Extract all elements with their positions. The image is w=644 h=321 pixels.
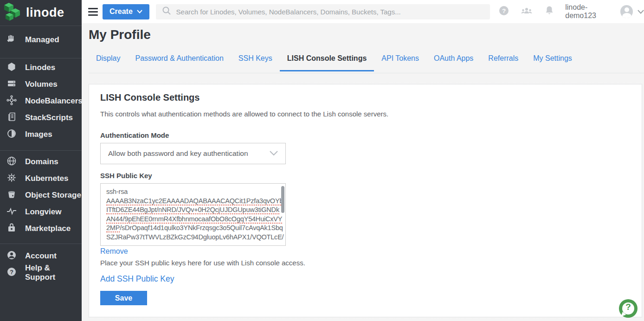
sidebar-item-label: Volumes xyxy=(25,80,58,89)
auth-mode-value: Allow both password and key authenticati… xyxy=(108,149,248,158)
sidebar-divider xyxy=(0,150,82,151)
sidebar-item-nodebalancers[interactable]: NodeBalancers xyxy=(0,93,82,109)
textarea-scrollbar[interactable] xyxy=(281,186,284,213)
page-title: My Profile xyxy=(89,27,151,42)
hand-holding-icon xyxy=(6,33,17,46)
save-button[interactable]: Save xyxy=(100,291,147,305)
tab-ssh-keys[interactable]: SSH Keys xyxy=(231,52,280,71)
support-chat-button[interactable]: ? xyxy=(619,299,638,318)
svg-text:?: ? xyxy=(502,7,506,14)
sidebar-item-label: Longview xyxy=(25,207,61,217)
chevron-down-icon xyxy=(638,7,644,16)
ssh-public-key-label: SSH Public Key xyxy=(100,172,631,180)
sidebar-item-marketplace[interactable]: Marketplace xyxy=(0,220,82,237)
key-text: 2MP xyxy=(106,224,120,232)
sidebar-item-linodes[interactable]: Linodes xyxy=(0,59,82,76)
ssh-key-helper-text: Place your SSH public keys here for use … xyxy=(100,259,631,267)
key-text: /sDrOpaqf14d1qulko3YNkFrzqsgc3o5Quil7cAv… xyxy=(120,224,283,231)
sidebar-item-kubernetes[interactable]: Kubernetes xyxy=(0,170,82,187)
search-icon xyxy=(161,6,172,18)
sidebar-item-label: Marketplace xyxy=(25,224,71,233)
question-mark-icon: ? xyxy=(619,302,638,312)
sidebar-item-label: NodeBalancers xyxy=(25,96,83,106)
speech-bubble-tail xyxy=(621,312,627,318)
half-disc-icon xyxy=(6,128,17,141)
sidebar-item-label: Linodes xyxy=(25,63,55,72)
sidebar-item-account[interactable]: Account xyxy=(0,248,82,264)
top-header: Create ? xyxy=(82,0,644,23)
sidebar-divider xyxy=(0,58,82,58)
tab-password-authentication[interactable]: Password & Authentication xyxy=(128,52,231,71)
sidebar-item-help-support[interactable]: ? Help & Support xyxy=(0,264,82,281)
search-input[interactable] xyxy=(176,8,485,16)
sidebar-item-images[interactable]: Images xyxy=(0,126,82,143)
notifications-bell-icon[interactable] xyxy=(544,5,555,19)
remove-key-link[interactable]: Remove xyxy=(100,247,128,256)
question-circle-icon: ? xyxy=(6,266,17,279)
sidebar: linode Managed xyxy=(0,0,82,321)
ssh-public-key-textarea[interactable]: ssh-rsa AAAAB3NzaC1yc2EAAAADAQABAAACAQCi… xyxy=(100,183,286,246)
stacked-drives-icon xyxy=(6,78,17,91)
tab-my-settings[interactable]: My Settings xyxy=(526,52,580,71)
sidebar-item-label: Account xyxy=(25,251,57,261)
person-circle-icon xyxy=(6,250,17,263)
sidebar-item-stackscripts[interactable]: StackScripts xyxy=(0,109,82,126)
help-icon[interactable]: ? xyxy=(498,5,509,18)
sidebar-item-label: Domains xyxy=(25,157,58,167)
auth-mode-label: Authentication Mode xyxy=(100,131,631,139)
header-icon-group: ? xyxy=(498,5,555,19)
sidebar-item-domains[interactable]: Domains xyxy=(0,154,82,170)
key-text: AAAAB3NzaC1yc2EAAAADAQABAAACAQCit1Pzfa3q… xyxy=(106,197,283,205)
username: linode-demo123 xyxy=(565,3,616,20)
key-text: ssh-rsa xyxy=(106,188,128,195)
tab-oauth-apps[interactable]: OAuth Apps xyxy=(426,52,481,71)
auth-mode-select[interactable]: Allow both password and key authenticati… xyxy=(100,143,286,164)
sidebar-item-object-storage[interactable]: Object Storage xyxy=(0,187,82,204)
global-search xyxy=(156,4,490,19)
tab-lish-console-settings[interactable]: LISH Console Settings xyxy=(280,52,374,71)
sidebar-item-label: Managed xyxy=(25,35,59,45)
key-text: SZJRaPw37tTWVLzBZkGzC94DgluopLv6hAPX1/VQ… xyxy=(106,233,283,241)
user-menu[interactable]: linode-demo123 xyxy=(555,3,644,20)
cube-icon xyxy=(6,61,17,74)
sidebar-item-label: Images xyxy=(25,130,52,139)
hamburger-menu-icon[interactable] xyxy=(88,6,98,18)
sidebar-item-label: StackScripts xyxy=(25,113,73,122)
bucket-icon xyxy=(6,189,17,202)
avatar xyxy=(620,5,633,18)
chevron-down-icon xyxy=(270,149,278,158)
sidebar-item-label: Help & Support xyxy=(25,263,82,282)
add-ssh-key-link[interactable]: Add SSH Public Key xyxy=(100,274,174,284)
key-text: ITftD6ZE44BgJpt/nNRD/JVQv+0H2QcjUJDGUpuw… xyxy=(106,206,279,214)
chevron-down-icon xyxy=(137,10,142,13)
linode-logo[interactable]: linode xyxy=(0,0,82,26)
shopping-bag-icon xyxy=(6,222,17,235)
application-window: linode Managed xyxy=(0,0,644,321)
pulse-icon xyxy=(6,205,17,218)
sidebar-nav: Managed Linodes xyxy=(0,26,82,281)
tab-api-tokens[interactable]: API Tokens xyxy=(374,52,426,71)
community-icon[interactable] xyxy=(520,5,534,18)
lish-settings-panel: LISH Console Settings This controls what… xyxy=(89,84,642,317)
create-button[interactable]: Create xyxy=(103,4,149,19)
svg-text:?: ? xyxy=(10,269,13,276)
panel-description: This controls what authentication method… xyxy=(100,110,631,118)
tab-display[interactable]: Display xyxy=(89,52,128,71)
helm-wheel-icon xyxy=(6,172,17,185)
create-button-label: Create xyxy=(109,7,133,16)
sidebar-divider xyxy=(0,244,82,244)
logo-text: linode xyxy=(26,6,64,20)
sidebar-item-managed[interactable]: Managed xyxy=(0,32,82,48)
sidebar-item-longview[interactable]: Longview xyxy=(0,204,82,220)
sidebar-item-volumes[interactable]: Volumes xyxy=(0,76,82,93)
panel-title: LISH Console Settings xyxy=(100,92,631,103)
tab-referrals[interactable]: Referrals xyxy=(481,52,526,71)
sidebar-item-label: Kubernetes xyxy=(25,174,69,183)
profile-tabs: Display Password & Authentication SSH Ke… xyxy=(89,52,580,71)
network-nodes-icon xyxy=(6,95,17,108)
key-text: AN44/9pEhEE0rnmR4XfbhnmocaafObO8cOgqY54H… xyxy=(106,215,282,224)
linode-cubes-icon xyxy=(4,2,21,24)
sidebar-item-label: Object Storage xyxy=(25,191,81,200)
tabs-divider xyxy=(89,73,644,73)
script-scroll-icon xyxy=(6,111,17,124)
